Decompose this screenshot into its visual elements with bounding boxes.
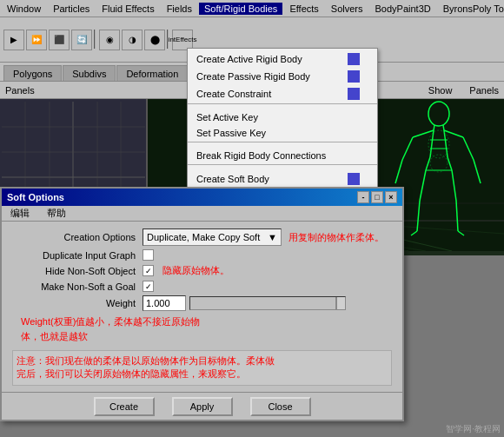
toolbar-btn-1[interactable]: ▶ [3,30,24,50]
make-non-soft-value: ✓ [143,281,392,292]
constraint-icon [348,88,360,100]
soft-options-dialog: Soft Options - □ × 编辑 帮助 Creation Option… [0,187,404,421]
menu-solvers[interactable]: Solvers [326,3,368,15]
svg-line-39 [420,170,426,201]
menu-section-rigid: Create Active Rigid Body Create Passive … [188,49,377,108]
svg-line-27 [444,130,463,137]
dialog-titlebar: Soft Options - □ × [2,189,402,206]
svg-line-34 [463,137,474,160]
panels-right-label: Panels [469,85,499,96]
menu-byrons-poly[interactable]: ByronsPoly Tools 1 [438,3,504,15]
creation-options-select[interactable]: Duplicate, Make Copy Soft ▼ [143,228,282,246]
dialog-content: Creation Options Duplicate, Make Copy So… [2,222,402,393]
svg-line-41 [452,170,456,201]
menu-set-passive-key[interactable]: Set Passive Key [188,125,377,142]
hide-non-soft-container: ✓ [143,265,154,276]
duplicate-input-checkbox-container [143,249,154,261]
app-window: Window Particles Fluid Effects Fields So… [0,0,504,437]
annotation-hide: 隐藏原始物体。 [162,264,229,277]
menu-particles[interactable]: Particles [48,3,95,15]
hide-non-soft-checkbox[interactable]: ✓ [143,265,154,276]
dialog-menubar: 编辑 帮助 [2,206,402,222]
weight-annotation-row: Weight(权重)值越小，柔体越不接近原始物 体，也就是越软 [21,315,392,343]
creation-options-label: Creation Options [12,232,143,242]
menu-break-rigid[interactable]: Break Rigid Body Connections [188,148,377,165]
weight-row: Weight [12,295,392,311]
hide-non-soft-value: ✓ 隐藏原始物体。 [143,264,392,277]
menu-body-paint[interactable]: BodyPaint3D [370,3,436,15]
minimize-btn[interactable]: - [357,191,369,203]
svg-line-37 [448,157,452,170]
toolbar-btn-int[interactable]: intEffects [172,30,193,50]
note-container: 注意：我们现在做的柔体是以原始物体作为目标物体。柔体做 完后，我们可以关闭原始物… [12,350,392,386]
note-text: 注意：我们现在做的柔体是以原始物体作为目标物体。柔体做 完后，我们可以关闭原始物… [17,354,388,381]
weight-input[interactable] [143,295,186,311]
soft-body-icon [348,173,360,185]
duplicate-input-row: Duplicate Input Graph [12,249,392,261]
duplicate-input-checkbox[interactable] [143,249,154,261]
menu-effects[interactable]: Effects [284,3,323,15]
dialog-menu-edit[interactable]: 编辑 [5,206,35,221]
menu-fluid-effects[interactable]: Fluid Effects [96,3,159,15]
make-non-soft-container: ✓ [143,281,154,292]
toolbar-btn-2[interactable]: ⏩ [26,30,47,50]
weight-label: Weight [12,298,143,308]
svg-point-23 [428,102,449,126]
svg-line-29 [444,130,448,157]
passive-rigid-icon [348,70,360,83]
tab-polygons[interactable]: Polygons [3,65,62,81]
dropdown-arrow-icon: ▼ [268,232,277,242]
svg-line-25 [443,125,444,130]
svg-line-33 [395,160,402,183]
menu-create-soft-body[interactable]: Create Soft Body [188,170,377,188]
weight-value [143,295,392,311]
menu-create-passive-rigid[interactable]: Create Passive Rigid Body [188,68,377,85]
menu-section-break: Break Rigid Body Connections [188,146,377,169]
panels-label: Panels [5,85,35,96]
apply-button[interactable]: Apply [172,397,233,416]
svg-point-46 [430,155,448,172]
duplicate-input-label: Duplicate Input Graph [12,250,143,261]
svg-line-44 [458,231,464,235]
toolbar-btn-6[interactable]: ◑ [122,30,143,50]
dialog-menu-help[interactable]: 帮助 [42,206,71,221]
menu-window[interactable]: Window [2,3,46,15]
toolbar-btn-5[interactable]: ◉ [99,30,120,50]
svg-line-40 [417,201,420,231]
svg-line-36 [426,157,430,170]
make-non-soft-label: Make Non-Soft a Goal [12,281,143,292]
creation-options-value: Duplicate, Make Copy Soft ▼ 用复制的物体作柔体。 [143,228,392,246]
duplicate-input-value [143,249,392,261]
watermark: 智学网·教程网 [446,423,501,435]
tab-deformation[interactable]: Deformation [116,65,188,81]
hide-non-soft-label: Hide Non-Soft Object [12,266,143,276]
dialog-footer: Create Apply Close [2,392,402,420]
make-non-soft-checkbox[interactable]: ✓ [143,281,154,292]
menubar: Window Particles Fluid Effects Fields So… [0,0,504,17]
dialog-title: Soft Options [7,192,64,202]
menu-set-active-key[interactable]: Set Active Key [188,109,377,125]
svg-line-24 [434,125,434,130]
toolbar-btn-3[interactable]: ⬛ [49,30,70,50]
create-button[interactable]: Create [94,397,155,416]
menu-soft-rigid-bodies[interactable]: Soft/Rigid Bodies [199,3,282,15]
maximize-btn[interactable]: □ [371,191,383,203]
close-btn[interactable]: × [385,191,397,203]
menu-create-active-rigid[interactable]: Create Active Rigid Body [188,50,377,68]
toolbar-btn-7[interactable]: ⬤ [144,30,165,50]
annotation-duplicate: 用复制的物体作柔体。 [288,231,384,244]
active-rigid-icon [348,53,360,65]
show-label: Show [428,85,453,96]
menu-fields[interactable]: Fields [162,3,197,15]
close-button[interactable]: Close [250,397,311,416]
svg-line-43 [411,231,417,235]
menu-create-constraint[interactable]: Create Constraint [188,85,377,104]
svg-line-35 [474,160,481,183]
toolbar-btn-4[interactable]: 🔄 [71,30,92,50]
weight-slider[interactable] [189,296,346,310]
tab-subdivs[interactable]: Subdivs [63,65,116,81]
svg-line-42 [456,201,458,231]
creation-options-row: Creation Options Duplicate, Make Copy So… [12,228,392,246]
svg-line-32 [402,137,413,160]
weight-annotation: Weight(权重)值越小，柔体越不接近原始物 体，也就是越软 [21,315,200,343]
